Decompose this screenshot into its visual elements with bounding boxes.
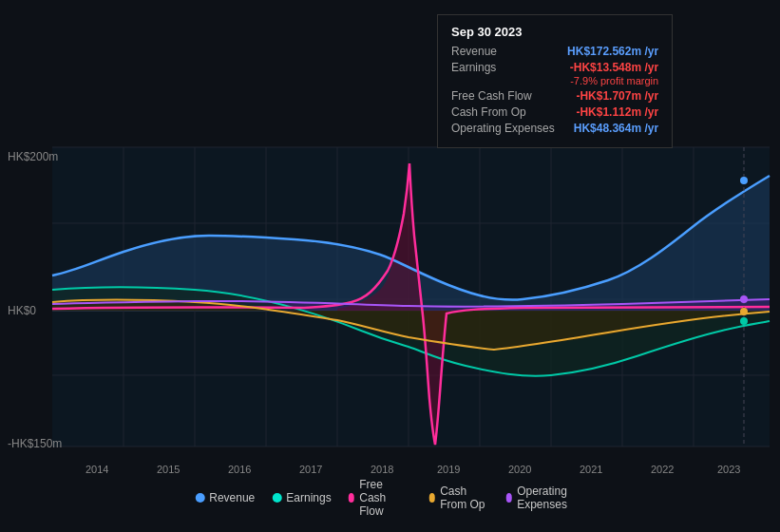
- tooltip-revenue-row: Revenue HK$172.562m /yr: [451, 45, 658, 58]
- x-label-2022: 2022: [651, 464, 674, 475]
- legend-opex-dot: [506, 493, 513, 503]
- legend-cfo-label: Cash From Op: [440, 484, 488, 511]
- tooltip: Sep 30 2023 Revenue HK$172.562m /yr Earn…: [437, 14, 673, 148]
- legend: Revenue Earnings Free Cash Flow Cash Fro…: [195, 478, 585, 518]
- legend-fcf-dot: [349, 493, 355, 503]
- x-label-2014: 2014: [86, 464, 108, 475]
- x-label-2015: 2015: [157, 464, 180, 475]
- tooltip-cfo-row: Cash From Op -HK$1.112m /yr: [451, 105, 658, 119]
- tooltip-revenue-label: Revenue: [451, 45, 497, 58]
- x-label-2016: 2016: [228, 464, 251, 475]
- svg-point-20: [740, 317, 748, 325]
- legend-opex-label: Operating Expenses: [517, 484, 585, 511]
- tooltip-earnings-label: Earnings: [451, 61, 496, 74]
- tooltip-opex-row: Operating Expenses HK$48.364m /yr: [451, 122, 658, 135]
- tooltip-opex-value: HK$48.364m /yr: [574, 122, 658, 135]
- legend-opex[interactable]: Operating Expenses: [506, 484, 585, 511]
- legend-earnings-label: Earnings: [286, 491, 331, 504]
- legend-revenue[interactable]: Revenue: [195, 491, 255, 504]
- tooltip-date: Sep 30 2023: [451, 25, 658, 39]
- legend-earnings[interactable]: Earnings: [272, 491, 331, 504]
- legend-fcf[interactable]: Free Cash Flow: [349, 478, 412, 518]
- x-label-2021: 2021: [580, 464, 602, 475]
- legend-fcf-label: Free Cash Flow: [359, 478, 411, 518]
- chart-container: HK$200m HK$0 -HK$150m 2014 2015 2016 201…: [0, 0, 780, 532]
- x-label-2017: 2017: [299, 464, 322, 475]
- x-label-2020: 2020: [508, 464, 531, 475]
- tooltip-earnings-sub: -7.9% profit margin: [451, 75, 658, 86]
- legend-revenue-dot: [195, 493, 204, 503]
- y-label-top: HK$200m: [8, 150, 58, 163]
- tooltip-cfo-value: -HK$1.112m /yr: [576, 105, 658, 119]
- legend-cfo-dot: [429, 493, 436, 503]
- x-label-2018: 2018: [371, 464, 393, 475]
- tooltip-earnings-value: -HK$13.548m /yr: [570, 61, 658, 74]
- legend-revenue-label: Revenue: [209, 491, 255, 504]
- tooltip-earnings-row: Earnings -HK$13.548m /yr: [451, 61, 658, 74]
- legend-cfo[interactable]: Cash From Op: [429, 484, 489, 511]
- svg-point-19: [740, 295, 748, 303]
- svg-point-21: [740, 308, 748, 315]
- tooltip-fcf-label: Free Cash Flow: [451, 89, 532, 103]
- tooltip-opex-label: Operating Expenses: [451, 122, 555, 135]
- tooltip-revenue-value: HK$172.562m /yr: [567, 45, 658, 58]
- y-label-bottom: -HK$150m: [8, 437, 62, 450]
- x-label-2023: 2023: [717, 464, 740, 475]
- legend-earnings-dot: [272, 493, 281, 503]
- tooltip-fcf-row: Free Cash Flow -HK$1.707m /yr: [451, 89, 658, 103]
- tooltip-cfo-label: Cash From Op: [451, 105, 526, 119]
- y-label-zero: HK$0: [8, 304, 36, 317]
- tooltip-fcf-value: -HK$1.707m /yr: [576, 89, 658, 103]
- svg-point-18: [740, 177, 748, 184]
- x-label-2019: 2019: [437, 464, 460, 475]
